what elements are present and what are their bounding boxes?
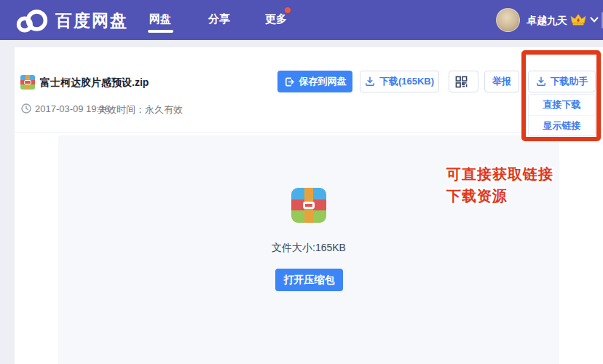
- save-to-netdisk-button[interactable]: 保存到网盘: [277, 71, 352, 92]
- save-icon: [284, 76, 295, 87]
- tab-netdisk-label: 网盘: [149, 12, 171, 25]
- menu-item-direct-download[interactable]: 直接下载: [529, 95, 595, 115]
- show-link-label: 显示链接: [543, 119, 581, 132]
- annotation-text-line1: 可直接获取链接: [446, 165, 553, 184]
- qr-code-icon: [455, 76, 468, 88]
- tab-more-label: 更多: [265, 12, 287, 25]
- assistant-dropdown: 直接下载 显示链接: [528, 94, 596, 136]
- chevron-down-icon[interactable]: [590, 17, 599, 23]
- brand[interactable]: 百度网盘: [15, 7, 128, 34]
- download-assistant-button[interactable]: 下载助手: [528, 71, 596, 92]
- tab-netdisk[interactable]: 网盘: [149, 12, 171, 26]
- download-icon: [536, 76, 546, 87]
- active-tab-indicator: [148, 30, 173, 33]
- section-divider: [15, 132, 603, 132]
- zip-file-icon: [20, 75, 35, 90]
- brand-title: 百度网盘: [55, 9, 128, 32]
- annotation-text-line2: 下载资源: [446, 186, 508, 206]
- avatar[interactable]: [496, 8, 520, 32]
- file-size-label: 文件大小:165KB: [58, 242, 559, 255]
- expiry-info: 失效时间：永久有效: [98, 103, 183, 116]
- download-button[interactable]: 下载(165KB): [360, 71, 439, 92]
- netdisk-cloud-logo-icon: [15, 7, 49, 33]
- username[interactable]: 卓越九天: [527, 15, 567, 28]
- report-button-label: 举报: [492, 75, 511, 88]
- top-navbar: 百度网盘 网盘 分享 更多 卓越九天: [0, 0, 603, 40]
- clock-icon: [21, 103, 31, 114]
- direct-download-label: 直接下载: [543, 98, 581, 111]
- archive-preview-icon: [291, 188, 326, 223]
- tab-share[interactable]: 分享: [208, 12, 230, 26]
- report-button[interactable]: 举报: [484, 71, 519, 92]
- open-archive-button[interactable]: 打开压缩包: [275, 269, 343, 291]
- qr-code-button[interactable]: [449, 71, 478, 92]
- tab-share-label: 分享: [208, 12, 230, 25]
- download-button-label: 下载(165KB): [379, 75, 434, 88]
- open-archive-label: 打开压缩包: [284, 274, 335, 287]
- file-name: 富士柯达胶片感预设.zip: [40, 76, 149, 90]
- menu-item-show-link[interactable]: 显示链接: [529, 115, 595, 135]
- assistant-button-label: 下载助手: [551, 75, 588, 88]
- tab-more[interactable]: 更多: [265, 12, 287, 26]
- save-button-label: 保存到网盘: [299, 75, 347, 88]
- page: 百度网盘 网盘 分享 更多 卓越九天 富: [0, 0, 603, 364]
- vip-crown-icon: [570, 12, 586, 28]
- download-icon: [365, 76, 375, 87]
- notification-dot: [285, 7, 291, 13]
